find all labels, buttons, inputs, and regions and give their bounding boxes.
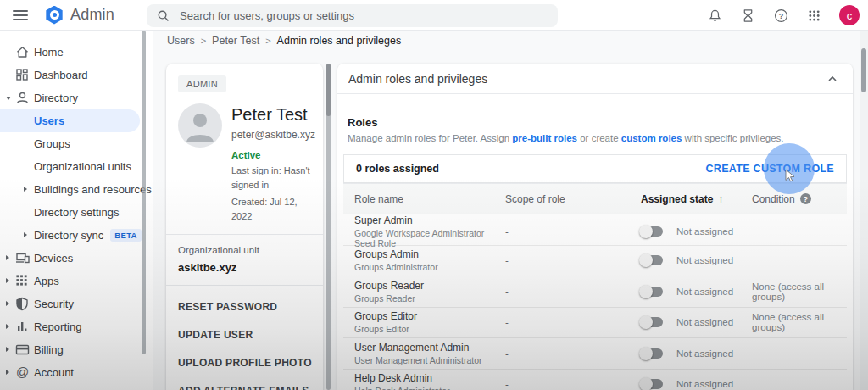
breadcrumb-users[interactable]: Users	[167, 35, 195, 47]
sidebar-item-billing[interactable]: Billing	[0, 338, 153, 361]
breadcrumb-peter-test[interactable]: Peter Test	[212, 35, 259, 47]
chevron-right-icon	[24, 187, 27, 192]
state-label: Not assigned	[676, 287, 733, 297]
pre-built-roles-link[interactable]: pre-built roles	[512, 133, 577, 143]
desc-text: Manage admin roles for Peter. Assign	[348, 133, 512, 143]
sidebar-item-reporting[interactable]: Reporting	[0, 315, 153, 338]
table-row-help-desk-admin: Help Desk Admin Help Desk Administrator …	[343, 370, 847, 390]
assigned-state-cell: Not assigned	[641, 317, 752, 327]
sidebar-item-dashboard[interactable]: Dashboard	[0, 64, 153, 86]
app-title: Admin	[70, 6, 114, 24]
sidebar-item-home[interactable]: Home	[0, 41, 153, 64]
table-row-super-admin: Super Admin Google Workspace Administrat…	[343, 214, 847, 246]
assigned-state-cell: Not assigned	[641, 348, 752, 359]
sidebar-item-directory[interactable]: Directory	[0, 86, 153, 109]
assign-role-toggle[interactable]	[641, 226, 663, 237]
role-name-cell: Groups Admin Groups Administrator	[354, 248, 505, 272]
chevron-right-icon	[24, 232, 27, 237]
credit-card-icon	[15, 343, 30, 357]
user-last-sign-in: Last sign in: Hasn't signed in	[231, 164, 315, 192]
sidebar-item-directory-sync[interactable]: Directory sync BETA	[0, 224, 153, 247]
user-created-date: Created: Jul 12, 2022	[231, 195, 315, 223]
create-custom-role-button[interactable]: CREATE CUSTOM ROLE	[706, 163, 834, 175]
upload-profile-photo-button[interactable]: UPLOAD PROFILE PHOTO	[178, 349, 311, 376]
roles-table-header: Role name Scope of role Assigned state ↑…	[343, 183, 847, 214]
sidebar-item-directory-settings[interactable]: Directory settings	[0, 201, 153, 224]
assigned-state-cell: Not assigned	[641, 379, 752, 389]
sidebar-item-users[interactable]: Users	[0, 109, 140, 132]
sidebar-item-organizational-units[interactable]: Organizational units	[0, 155, 153, 178]
sidebar-item-groups[interactable]: Groups	[0, 132, 153, 155]
person-icon	[15, 91, 30, 105]
panel-header[interactable]: Admin roles and privileges	[337, 64, 853, 94]
chevron-right-icon	[6, 301, 9, 306]
assigned-state-cell: Not assigned	[641, 287, 752, 297]
admin-logo[interactable]: Admin	[45, 6, 114, 25]
apps-grid-icon[interactable]	[806, 8, 821, 23]
chevron-right-icon	[6, 347, 9, 352]
assign-role-toggle[interactable]	[641, 348, 663, 359]
account-avatar[interactable]: c	[839, 5, 860, 25]
main-content: Users > Peter Test > Admin roles and pri…	[153, 31, 868, 390]
page-scrollbar[interactable]	[860, 31, 868, 390]
chevron-right-icon	[6, 324, 9, 329]
hourglass-icon[interactable]	[740, 8, 755, 23]
assign-role-toggle[interactable]	[641, 379, 663, 389]
assign-role-toggle[interactable]	[641, 255, 663, 265]
sort-ascending-icon: ↑	[718, 193, 723, 205]
roles-toolbar: 0 roles assigned CREATE CUSTOM ROLE	[343, 154, 847, 183]
admin-logo-icon	[45, 6, 64, 25]
role-name-cell: Super Admin Google Workspace Administrat…	[354, 214, 505, 248]
roles-section-title: Roles	[348, 116, 847, 129]
column-scrollbar[interactable]	[326, 64, 331, 390]
admin-roles-panel: Admin roles and privileges Roles Manage …	[337, 64, 853, 390]
sidebar-item-apps[interactable]: Apps	[0, 270, 153, 292]
home-icon	[15, 45, 30, 59]
state-label: Not assigned	[676, 226, 733, 237]
search-input[interactable]: Search for users, groups or settings	[147, 4, 558, 27]
assign-role-toggle[interactable]	[641, 287, 663, 297]
devices-icon	[15, 251, 30, 265]
sidebar-scrollbar[interactable]	[142, 31, 146, 354]
sidebar-item-account[interactable]: @ Account	[0, 361, 153, 384]
notifications-bell-icon[interactable]	[707, 8, 722, 23]
state-label: Not assigned	[676, 379, 733, 389]
add-alternate-emails-button[interactable]: ADD ALTERNATE EMAILS	[178, 377, 311, 390]
reset-password-button[interactable]: RESET PASSWORD	[178, 293, 311, 320]
user-email: peter@askitbe.xyz	[231, 129, 315, 141]
column-role-name: Role name	[354, 193, 505, 205]
table-row-groups-reader: Groups Reader Groups Reader - Not assign…	[343, 276, 847, 308]
search-icon	[157, 9, 170, 22]
condition-cell: None (access all groups)	[752, 312, 836, 332]
table-row-groups-admin: Groups Admin Groups Administrator - Not …	[343, 246, 847, 277]
column-assigned-state[interactable]: Assigned state ↑	[641, 193, 752, 205]
state-label: Not assigned	[676, 348, 733, 359]
scope-cell: -	[505, 348, 641, 359]
chevron-down-icon	[6, 97, 11, 100]
dashboard-icon	[15, 68, 30, 82]
assign-role-toggle[interactable]	[641, 317, 663, 327]
user-status-active: Active	[231, 150, 315, 160]
sidebar-item-security[interactable]: Security	[0, 292, 153, 315]
roles-assigned-count: 0 roles assigned	[356, 163, 439, 175]
collapse-chevron-icon[interactable]	[827, 74, 837, 84]
help-icon[interactable]: ?	[773, 8, 788, 23]
assigned-state-cell: Not assigned	[641, 255, 752, 265]
chevron-right-icon	[6, 278, 9, 283]
update-user-button[interactable]: UPDATE USER	[178, 321, 311, 348]
role-name-cell: Help Desk Admin Help Desk Administrator	[354, 372, 505, 390]
bar-chart-icon	[15, 320, 30, 334]
custom-roles-link[interactable]: custom roles	[621, 133, 682, 143]
role-name-cell: User Management Admin User Management Ad…	[354, 342, 505, 365]
page-scrollbar-thumb[interactable]	[861, 48, 866, 92]
sidebar-nav: Home Dashboard Directory Users Groups Or…	[0, 31, 153, 390]
menu-icon[interactable]	[13, 10, 28, 20]
admin-badge: ADMIN	[178, 75, 226, 92]
condition-help-icon[interactable]: ?	[800, 193, 811, 204]
sidebar-item-devices[interactable]: Devices	[0, 247, 153, 270]
org-unit-label: Organizational unit	[178, 245, 311, 255]
breadcrumb-current-page: Admin roles and privileges	[277, 35, 402, 47]
scope-cell: -	[505, 226, 641, 237]
google-admin-console: Admin Search for users, groups or settin…	[0, 0, 868, 390]
sidebar-item-buildings-and-resources[interactable]: Buildings and resources	[0, 178, 153, 201]
